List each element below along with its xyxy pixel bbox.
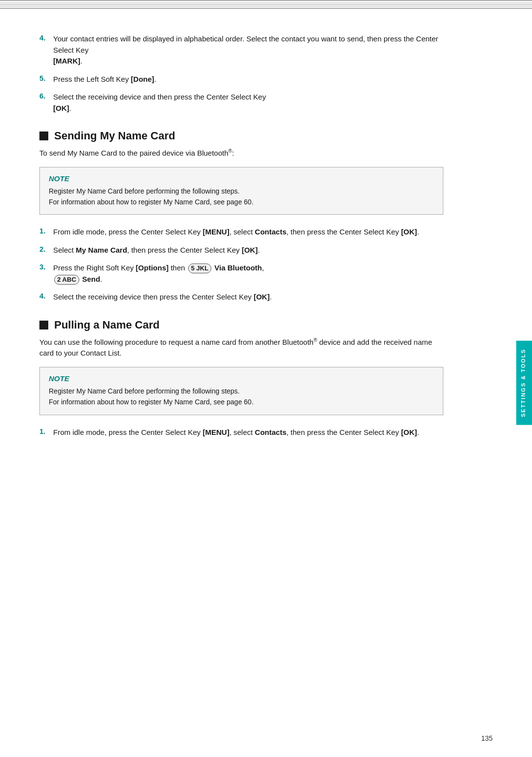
section-title-sending: Sending My Name Card: [54, 130, 175, 142]
key-5jkl: 5 JKL: [188, 263, 211, 273]
key-2abc: 2 ABC: [54, 275, 79, 285]
side-tab: SETTINGS & TOOLS: [516, 341, 532, 425]
top-decorative-lines: [0, 0, 532, 9]
s1-step-number-2: 2.: [39, 245, 53, 253]
menu-key-2: [MENU]: [202, 428, 229, 436]
s1-step-content-3: Press the Right Soft Key [Options] then …: [53, 263, 443, 285]
menu-key-1: [MENU]: [202, 228, 229, 236]
s2-step-number-1: 1.: [39, 427, 53, 435]
s2-step-item-1: 1. From idle mode, press the Center Sele…: [39, 427, 443, 438]
ok-key-5: [OK]: [401, 428, 417, 436]
section-intro-pulling: You can use the following procedure to r…: [39, 336, 443, 359]
section-heading-pulling: Pulling a Name Card: [39, 319, 443, 331]
ok-key-1: [OK]: [53, 104, 69, 112]
s1-step-item-4: 4. Select the receiving device then pres…: [39, 292, 443, 303]
mark-key: [MARK]: [53, 57, 80, 65]
via-bluetooth-bold: Via Bluetooth: [214, 263, 262, 272]
s1-step-item-1: 1. From idle mode, press the Center Sele…: [39, 227, 443, 238]
registered-mark-2: ®: [313, 337, 317, 343]
note-text-2: Register My Name Card before performing …: [49, 386, 434, 408]
note-box-2: NOTE Register My Name Card before perfor…: [39, 367, 443, 415]
step-content-4: Your contact entries will be displayed i…: [53, 33, 443, 67]
step-number-6: 6.: [39, 92, 53, 100]
step-number-4: 4.: [39, 33, 53, 42]
s1-step-item-2: 2. Select My Name Card, then press the C…: [39, 245, 443, 256]
registered-mark-1: ®: [229, 148, 232, 154]
note-title-2: NOTE: [49, 374, 434, 383]
s1-step-number-3: 3.: [39, 263, 53, 271]
options-key: [Options]: [136, 263, 169, 272]
s1-step-content-1: From idle mode, press the Center Select …: [53, 227, 443, 238]
page-container: 4. Your contact entries will be displaye…: [0, 0, 532, 757]
heading-square-1: [39, 132, 48, 140]
s1-step-number-4: 4.: [39, 292, 53, 300]
step-item-6: 6. Select the receiving device and then …: [39, 92, 443, 114]
step-item-4: 4. Your contact entries will be displaye…: [39, 33, 443, 67]
page-number: 135: [481, 734, 493, 742]
step-content-6: Select the receiving device and then pre…: [53, 92, 443, 114]
s1-step-content-2: Select My Name Card, then press the Cent…: [53, 245, 443, 256]
section-heading-sending: Sending My Name Card: [39, 130, 443, 142]
note-text-1: Register My Name Card before performing …: [49, 186, 434, 208]
s1-step-number-1: 1.: [39, 227, 53, 235]
s2-step-content-1: From idle mode, press the Center Select …: [53, 427, 443, 438]
s1-step-item-3: 3. Press the Right Soft Key [Options] th…: [39, 263, 443, 285]
step-item-5: 5. Press the Left Soft Key [Done].: [39, 74, 443, 85]
contacts-bold-1: Contacts: [255, 228, 286, 236]
contacts-bold-2: Contacts: [255, 428, 286, 436]
send-bold: Send: [82, 275, 100, 283]
ok-key-3: [OK]: [242, 246, 258, 254]
note-box-1: NOTE Register My Name Card before perfor…: [39, 167, 443, 215]
ok-key-4: [OK]: [254, 293, 270, 301]
note-title-1: NOTE: [49, 174, 434, 183]
content-area: 4. Your contact entries will be displaye…: [0, 24, 483, 474]
ok-key-2: [OK]: [401, 228, 417, 236]
my-name-card-bold: My Name Card: [76, 246, 127, 254]
heading-square-2: [39, 321, 48, 329]
done-key: [Done]: [131, 75, 155, 83]
step-content-5: Press the Left Soft Key [Done].: [53, 74, 443, 85]
step-number-5: 5.: [39, 74, 53, 82]
section-intro-sending: To send My Name Card to the paired devic…: [39, 147, 443, 159]
section-title-pulling: Pulling a Name Card: [54, 319, 160, 331]
s1-step-content-4: Select the receiving device then press t…: [53, 292, 443, 303]
